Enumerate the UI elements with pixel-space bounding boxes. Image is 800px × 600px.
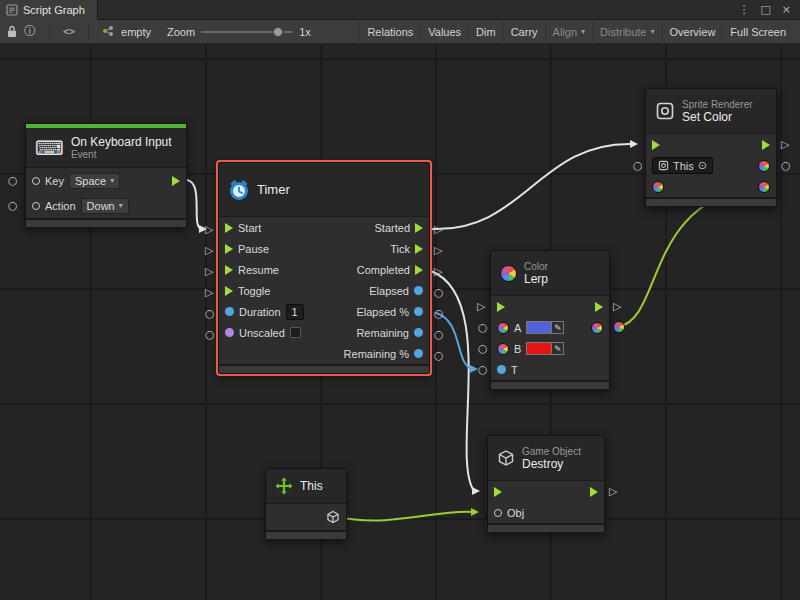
flow-in-port[interactable] [497,302,505,312]
object-picker-icon[interactable]: ⊙ [698,159,707,172]
value-port-icon[interactable]: ○ [478,322,488,333]
value-port[interactable] [32,177,40,185]
color-a-swatch[interactable]: ✎ [526,321,564,334]
values-button[interactable]: Values [420,20,468,44]
color-port-icon[interactable] [613,321,625,333]
target-object-field[interactable]: This ⊙ [652,157,713,174]
flow-out-port[interactable] [415,244,423,254]
flow-out-port[interactable] [415,223,423,233]
tab-title: Script Graph [23,4,85,16]
flow-in-port[interactable] [225,223,233,233]
key-dropdown[interactable]: Space▾ [69,173,120,189]
flow-port-icon[interactable]: ▷ [609,486,617,497]
value-port[interactable] [32,202,40,210]
value-port-icon[interactable]: ○ [434,329,444,340]
flow-port-icon[interactable]: ▷ [477,301,485,312]
node-footer [266,530,346,539]
color-out-port[interactable] [591,322,603,334]
flow-out-port[interactable] [590,487,598,497]
game-object-cube-icon [497,449,515,467]
color-b-swatch[interactable]: ✎ [526,342,564,355]
node-timer[interactable]: Timer Start Started Pause Tick Resume Co… [218,162,430,374]
color-in-port[interactable] [497,343,509,355]
flow-port-icon[interactable]: ▷ [205,287,213,298]
flow-in-port[interactable] [225,265,233,275]
tab-script-graph[interactable]: Script Graph [0,0,98,20]
script-graph-window: Script Graph ⋮ □ × ⓘ <> [0,0,800,600]
zoom-label: Zoom [167,26,195,38]
flow-out-port[interactable] [595,302,603,312]
eyedropper-icon[interactable]: ✎ [551,342,564,355]
flow-in-port[interactable] [225,286,233,296]
flow-in-port[interactable] [225,244,233,254]
value-out-port[interactable] [414,328,423,337]
duration-field[interactable]: 1 [286,304,304,320]
port-label: Duration [239,306,281,318]
flow-port-icon[interactable]: ▷ [434,245,442,256]
node-set-color[interactable]: Sprite Renderer Set Color This ⊙ [645,88,777,207]
node-on-keyboard-input[interactable]: ⌨ On Keyboard Input Event Key Space▾ Act… [25,123,187,228]
value-port-icon[interactable]: ○ [434,350,444,361]
flow-in-port[interactable] [652,140,660,150]
value-in-port[interactable] [225,307,234,316]
distribute-button[interactable]: Distribute▾ [592,20,661,44]
value-in-port[interactable] [225,328,234,337]
unscaled-checkbox[interactable] [290,327,301,338]
fullscreen-button[interactable]: Full Screen [722,20,793,44]
maximize-icon[interactable]: □ [760,3,770,16]
value-port-icon[interactable]: ○ [434,287,444,298]
flow-port-icon[interactable]: ▷ [613,301,621,312]
node-footer [219,364,429,373]
carry-button[interactable]: Carry [503,20,545,44]
node-color-lerp[interactable]: Color Lerp A ✎ B ✎ T [490,250,610,390]
zoom-slider[interactable] [201,27,293,37]
flow-port-icon[interactable]: ▷ [434,266,442,277]
node-this[interactable]: This [265,468,347,540]
overview-button[interactable]: Overview [662,20,723,44]
value-port-icon[interactable]: ○ [205,329,215,340]
color-in-port[interactable] [497,322,509,334]
value-port-icon[interactable]: ○ [205,308,215,319]
node-header: ⌨ On Keyboard Input Event [26,128,186,168]
window-menu-icon[interactable]: ⋮ [738,3,749,16]
value-port-icon[interactable]: ○ [478,364,488,375]
value-port-icon[interactable]: ○ [8,175,18,186]
color-port[interactable] [758,181,770,193]
flow-port-icon[interactable]: ▷ [434,224,442,235]
flow-out-port[interactable] [762,140,770,150]
code-view-icon[interactable]: <> [63,26,75,37]
close-icon[interactable]: × [782,3,791,16]
value-out-port[interactable] [414,349,423,358]
flow-port-icon[interactable]: ▷ [205,266,213,277]
flow-port-icon[interactable]: ▷ [205,245,213,256]
info-icon[interactable]: ⓘ [24,23,36,40]
flow-in-port[interactable] [494,487,502,497]
align-button[interactable]: Align▾ [545,20,592,44]
button-label: Full Screen [730,26,786,38]
value-port-icon[interactable]: ○ [633,160,643,171]
value-out-port[interactable] [414,286,423,295]
color-port[interactable] [758,160,770,172]
value-port-icon[interactable]: ○ [434,308,444,319]
value-port-icon[interactable]: ○ [478,343,488,354]
value-in-port[interactable] [497,365,506,374]
lock-icon[interactable] [7,25,17,38]
eyedropper-icon[interactable]: ✎ [551,321,564,334]
object-in-port[interactable] [494,509,502,517]
game-object-out-port[interactable] [326,510,340,524]
node-destroy[interactable]: Game Object Destroy Obj [487,435,605,533]
node-rows: Obj [488,481,604,523]
color-in-port[interactable] [652,181,664,193]
action-dropdown[interactable]: Down▾ [81,198,129,214]
relations-button[interactable]: Relations [359,20,420,44]
flow-port-icon[interactable]: ▷ [781,139,789,150]
flow-out-port[interactable] [415,265,423,275]
flow-out-port[interactable] [172,176,180,186]
port-row [646,134,776,155]
value-port-icon[interactable]: ○ [781,160,791,171]
flow-port-icon[interactable]: ▷ [205,224,213,235]
value-port-icon[interactable]: ○ [8,200,18,211]
value-out-port[interactable] [414,307,423,316]
zoom-slider-handle[interactable] [273,27,283,37]
dim-button[interactable]: Dim [468,20,503,44]
